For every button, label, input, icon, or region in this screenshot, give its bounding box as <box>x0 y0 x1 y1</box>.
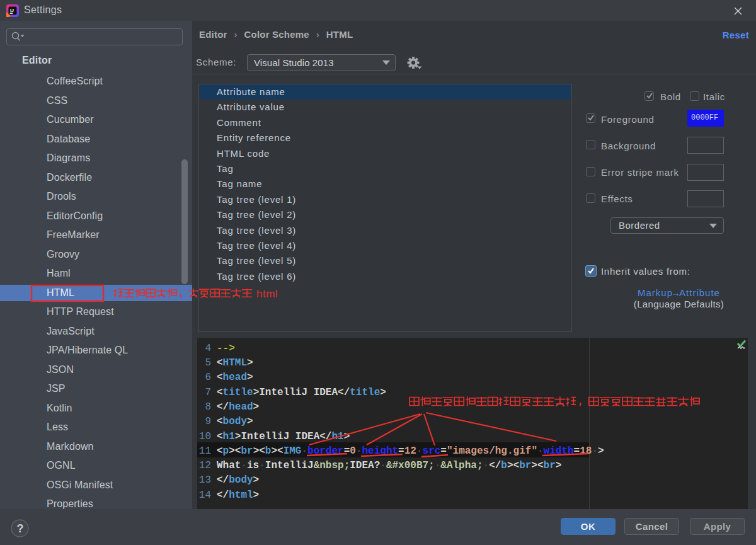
svg-text:html: html <box>256 288 278 300</box>
